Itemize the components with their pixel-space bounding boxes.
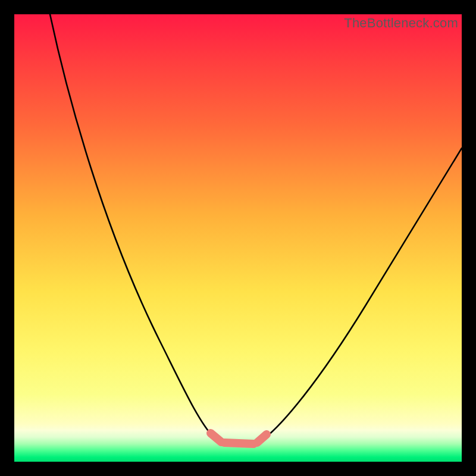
bottom-accent-mid	[224, 443, 253, 444]
left-curve	[50, 14, 214, 438]
right-curve	[264, 148, 462, 439]
chart-plot-area: TheBottleneck.com	[14, 14, 462, 462]
bottom-accent-right	[257, 434, 267, 443]
chart-curves	[14, 14, 462, 462]
bottom-accent-left	[211, 433, 221, 442]
